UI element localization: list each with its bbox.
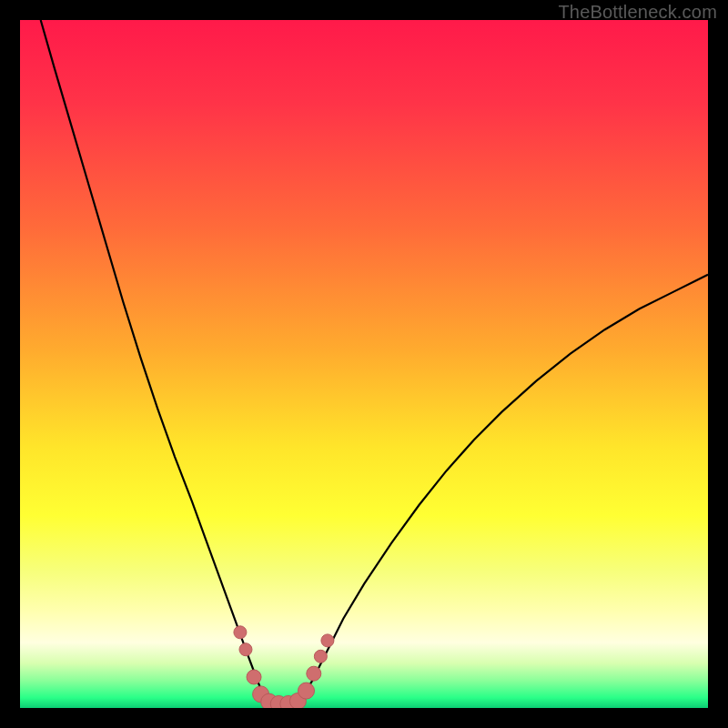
marker-dot <box>239 643 252 656</box>
marker-dot <box>321 634 334 647</box>
chart-svg <box>20 20 708 708</box>
marker-dot <box>307 666 321 681</box>
gradient-background <box>20 20 708 708</box>
marker-dot <box>314 650 327 662</box>
marker-dot <box>247 670 261 684</box>
marker-dot <box>234 626 247 639</box>
marker-dot <box>298 682 315 699</box>
